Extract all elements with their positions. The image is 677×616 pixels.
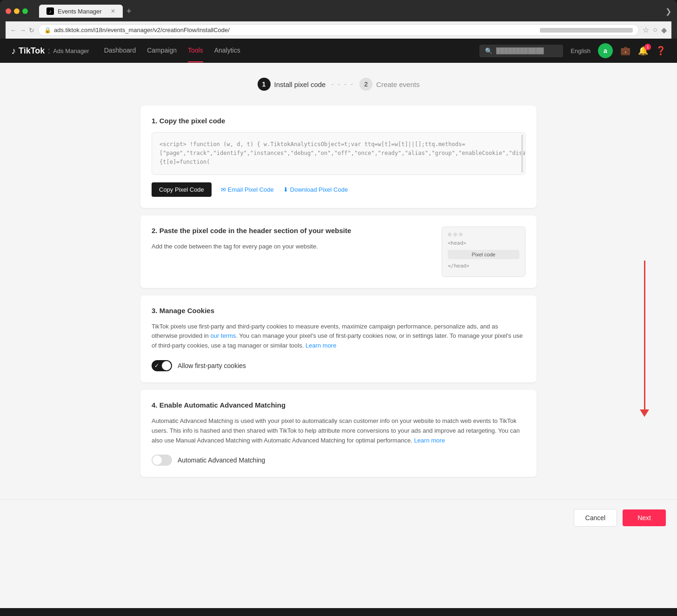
pixel-code-text: <script> !function (w, d, t) { w.TiktokA…	[159, 141, 525, 165]
dot-3	[459, 233, 463, 236]
mockup-head-open: <head>	[448, 240, 519, 246]
copy-pixel-code-button[interactable]: Copy Pixel Code	[152, 182, 212, 197]
our-terms-link[interactable]: our terms	[210, 332, 236, 339]
tiktok-logo-icon: ♪	[11, 46, 16, 56]
footer-bar: Cancel Next	[0, 499, 677, 536]
card-paste-pixel: 2. Paste the pixel code in the header se…	[140, 215, 537, 288]
nav-right: 🔍 ████████████ English a 💼 🔔 1 ❓	[479, 43, 666, 58]
url-text: ads.tiktok.com/i18n/events_manager/v2/cr…	[54, 27, 534, 33]
card-advanced-matching: 4. Enable Automatic Advanced Matching Au…	[140, 390, 537, 477]
traffic-lights	[6, 8, 28, 14]
step-indicator: 1 Install pixel code - - - - 2 Create ev…	[140, 78, 537, 91]
toggle-check-icon: ✓	[154, 362, 159, 369]
first-party-cookies-toggle[interactable]: ✓	[152, 360, 172, 371]
section4-title: 4. Enable Automatic Advanced Matching	[152, 401, 525, 409]
bookmark-icon[interactable]: ☆	[643, 26, 649, 34]
toggle-advanced-matching: Automatic Advanced Matching	[152, 455, 525, 466]
new-tab-button[interactable]: +	[126, 7, 132, 16]
section2-row: 2. Paste the pixel code in the header se…	[152, 227, 525, 277]
ads-manager-label: Ads Manager	[53, 47, 89, 54]
nav-dashboard[interactable]: Dashboard	[104, 39, 136, 62]
first-party-cookies-label: Allow first-party cookies	[178, 362, 246, 369]
tab-close-button[interactable]: ✕	[111, 8, 115, 14]
email-icon: ✉	[221, 186, 226, 193]
address-bar: ← → ↻ 🔒 ads.tiktok.com/i18n/events_manag…	[6, 21, 671, 39]
nav-analytics[interactable]: Analytics	[214, 39, 240, 62]
extensions-icon: ◆	[661, 26, 667, 34]
avatar: a	[598, 43, 613, 58]
code-block[interactable]: <script> !function (w, d, t) { w.TiktokA…	[152, 132, 525, 175]
logo: ♪ TikTok : Ads Manager	[11, 46, 89, 56]
code-actions: Copy Pixel Code ✉ Email Pixel Code ⬇ Dow…	[152, 182, 525, 197]
screenshot-icon: ○	[653, 26, 657, 34]
help-icon[interactable]: ❓	[656, 46, 666, 56]
logo-text: TikTok	[19, 46, 45, 56]
search-icon: 🔍	[485, 47, 492, 54]
next-button[interactable]: Next	[623, 509, 666, 526]
browser-chrome: ♪ Events Manager ✕ + ❯ ← → ↻ 🔒 ads.tikto…	[0, 0, 677, 39]
step-2-circle: 2	[359, 78, 372, 91]
step-1-label: Install pixel code	[274, 80, 326, 88]
step-2: 2 Create events	[359, 78, 419, 91]
toggle-knob	[162, 361, 171, 370]
advanced-matching-label: Automatic Advanced Matching	[178, 456, 265, 464]
tab-title: Events Manager	[58, 8, 102, 15]
website-mockup: <head> Pixel code </head>	[442, 227, 525, 277]
mockup-head-close: </head>	[448, 263, 519, 269]
url-bar[interactable]: 🔒 ads.tiktok.com/i18n/events_manager/v2/…	[38, 24, 639, 36]
search-bar[interactable]: 🔍 ████████████	[479, 45, 563, 57]
mockup-dots	[448, 233, 519, 236]
learn-more-matching-link[interactable]: Learn more	[414, 437, 445, 444]
forward-button[interactable]: →	[20, 27, 26, 34]
lock-icon: 🔒	[44, 27, 51, 33]
minimize-button[interactable]	[14, 8, 20, 14]
card-copy-pixel: 1. Copy the pixel code <script> !functio…	[140, 106, 537, 208]
step-1: 1 Install pixel code	[258, 78, 326, 91]
refresh-button[interactable]: ↻	[29, 27, 34, 34]
tiktok-favicon: ♪	[46, 7, 54, 15]
notifications-icon[interactable]: 🔔 1	[638, 46, 648, 56]
browser-controls: ♪ Events Manager ✕ + ❯	[6, 5, 671, 18]
mockup-pixel-code-btn: Pixel code	[448, 250, 519, 259]
section4-description: Automatic Advanced Matching is used with…	[152, 416, 525, 445]
step-divider: - - - -	[331, 80, 354, 88]
nav-links: Dashboard Campaign Tools Analytics	[104, 39, 240, 62]
tab-chevron-icon: ❯	[665, 7, 671, 16]
scrollbar[interactable]	[521, 134, 523, 173]
back-button[interactable]: ←	[10, 27, 17, 34]
learn-more-cookies-link[interactable]: Learn more	[305, 342, 336, 349]
address-actions: ☆ ○ ◆	[643, 26, 667, 34]
nav-controls: ← → ↻	[10, 27, 34, 34]
advanced-matching-toggle[interactable]	[152, 455, 172, 466]
download-icon: ⬇	[283, 186, 288, 193]
toggle-knob-2	[153, 455, 162, 465]
top-nav: ♪ TikTok : Ads Manager Dashboard Campaig…	[0, 39, 677, 63]
active-tab[interactable]: ♪ Events Manager ✕	[39, 5, 123, 18]
cancel-button[interactable]: Cancel	[574, 509, 617, 527]
step-2-label: Create events	[376, 80, 419, 88]
email-pixel-code-button[interactable]: ✉ Email Pixel Code	[221, 186, 274, 193]
language-selector[interactable]: English	[571, 47, 591, 54]
dot-1	[448, 233, 451, 236]
briefcase-icon[interactable]: 💼	[620, 46, 631, 56]
section2-title: 2. Paste the pixel code in the header se…	[152, 227, 431, 234]
tab-bar: ♪ Events Manager ✕ + ❯	[39, 5, 671, 18]
close-button[interactable]	[6, 8, 11, 14]
app-container: ♪ TikTok : Ads Manager Dashboard Campaig…	[0, 39, 677, 608]
maximize-button[interactable]	[22, 8, 28, 14]
notification-badge: 1	[644, 44, 651, 50]
url-blurred-part	[540, 28, 633, 33]
nav-tools[interactable]: Tools	[188, 39, 203, 62]
section2-description: Add the code between the tag for every p…	[152, 242, 431, 252]
dot-2	[453, 233, 457, 236]
toggle-first-party-cookies: ✓ Allow first-party cookies	[152, 360, 525, 371]
step-1-circle: 1	[258, 78, 271, 91]
download-pixel-code-button[interactable]: ⬇ Download Pixel Code	[283, 186, 348, 193]
section1-title: 1. Copy the pixel code	[152, 117, 525, 125]
card-manage-cookies: 3. Manage Cookies TikTok pixels use firs…	[140, 295, 537, 382]
section3-title: 3. Manage Cookies	[152, 307, 525, 315]
section2-text: 2. Paste the pixel code in the header se…	[152, 227, 431, 252]
page-content: 1 Install pixel code - - - - 2 Create ev…	[129, 63, 548, 499]
nav-campaign[interactable]: Campaign	[147, 39, 177, 62]
section3-description: TikTok pixels use first-party and third-…	[152, 322, 525, 351]
